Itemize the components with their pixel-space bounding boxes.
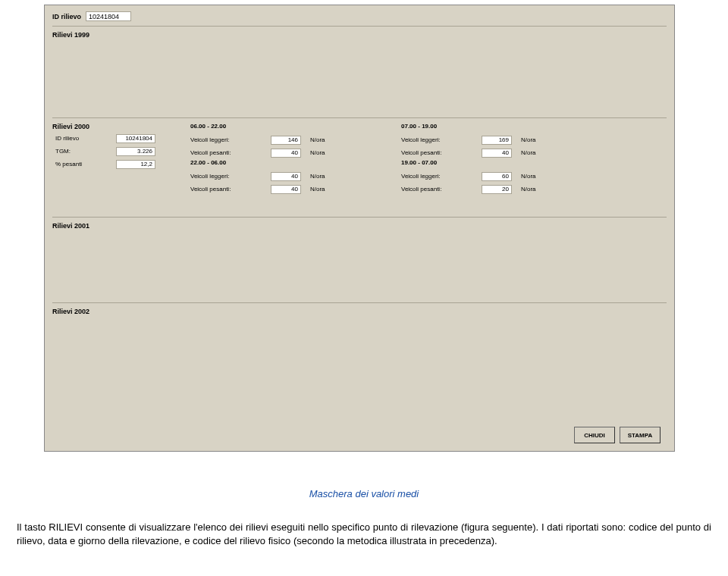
col-a-r4-value[interactable] [271,185,301,194]
col-a-time2: 22.00 - 06.00 [190,159,395,170]
col-a-r3-unit: N/ora [310,173,333,180]
left-id-label: ID rilievo [55,135,111,142]
section-2002-title: Rilievi 2002 [52,308,667,315]
section-2001-title: Rilievi 2001 [52,222,667,230]
col-a-r4-unit: N/ora [310,186,333,193]
section-2000: Rilievi 2000 ID rilievo TGM: % pesanti 0… [52,117,667,212]
col-a-r2-unit: N/ora [310,149,333,156]
col-a-r2-label: Veicoli pesanti: [190,149,266,156]
col-b-time1: 07.00 - 19.00 [401,123,606,133]
col-b-r3-value[interactable] [482,172,512,181]
section-2002: Rilievi 2002 [52,302,667,414]
col-b-r3-unit: N/ora [521,173,544,180]
col-a-r1-label: Veicoli leggeri: [190,136,266,143]
section-1999-title: Rilievi 1999 [52,31,667,39]
body-paragraph: Il tasto RILIEVI consente di visualizzar… [17,521,711,547]
col-b-r1-unit: N/ora [521,136,544,143]
col-a-r3-value[interactable] [271,172,301,181]
chiudi-button[interactable]: CHIUDI [574,427,615,443]
id-rilievo-label: ID rilievo [52,13,81,20]
col-b-r1-value[interactable] [482,136,512,145]
col-a-r3-label: Veicoli leggeri: [190,173,266,180]
column-a: 06.00 - 22.00 Veicoli leggeri: N/ora Vei… [190,123,395,196]
left-pct-label: % pesanti [55,161,111,167]
left-id-value[interactable] [116,134,155,143]
col-b-time2: 19.00 - 07.00 [401,159,606,170]
left-pct-value[interactable] [116,160,155,169]
col-b-r2-unit: N/ora [521,149,544,156]
app-window: ID rilievo Rilievi 1999 Rilievi 2000 ID … [44,5,675,452]
left-column: ID rilievo TGM: % pesanti [55,132,184,171]
col-a-r1-unit: N/ora [310,136,333,143]
col-b-r1-label: Veicoli leggeri: [401,136,477,143]
stampa-button[interactable]: STAMPA [620,427,661,443]
col-a-r2-value[interactable] [271,149,301,158]
left-tgm-label: TGM: [55,148,111,155]
button-bar: CHIUDI STAMPA [574,427,661,443]
col-b-r2-label: Veicoli pesanti: [401,149,477,156]
section-2001: Rilievi 2001 [52,217,667,298]
id-rilievo-input[interactable] [86,11,131,21]
col-b-r4-label: Veicoli pesanti: [401,186,477,193]
left-tgm-value[interactable] [116,147,155,156]
column-b: 07.00 - 19.00 Veicoli leggeri: N/ora Vei… [401,123,606,196]
col-a-time1: 06.00 - 22.00 [190,123,395,133]
col-b-r4-unit: N/ora [521,186,544,193]
section-1999: Rilievi 1999 [52,26,667,113]
col-b-r2-value[interactable] [482,149,512,158]
col-b-r3-label: Veicoli leggeri: [401,173,477,180]
header-row: ID rilievo [52,11,667,21]
col-b-r4-value[interactable] [482,185,512,194]
col-a-r4-label: Veicoli pesanti: [190,186,266,193]
figure-caption: Maschera dei valori medi [0,488,728,499]
body-paragraph-text: Il tasto RILIEVI consente di visualizzar… [17,521,711,546]
col-a-r1-value[interactable] [271,136,301,145]
